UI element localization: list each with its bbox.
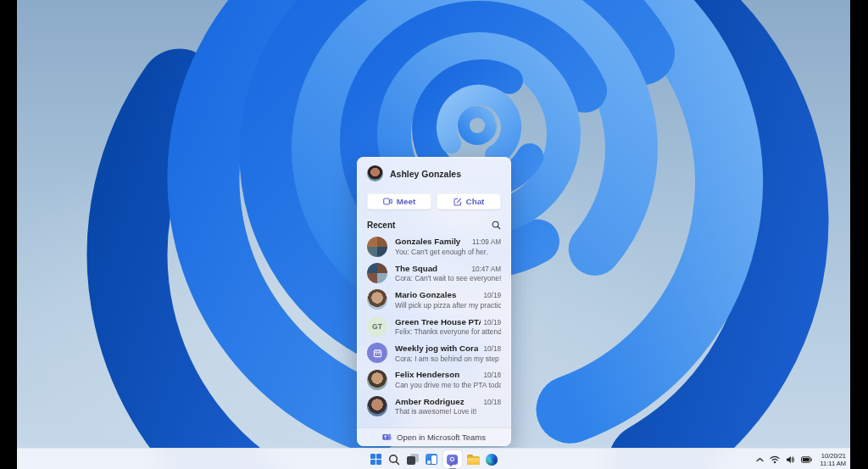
- conversation-item[interactable]: Weekly jog with Cora 10/18 Cora: I am so…: [357, 340, 511, 366]
- file-explorer-button[interactable]: [466, 450, 481, 468]
- conversation-item[interactable]: Amber Rodriguez 10/18 That is awesome! L…: [357, 393, 511, 419]
- system-tray: 10/20/21 11:11 AM: [756, 449, 850, 469]
- conversation-time: 10/19: [484, 292, 502, 299]
- teams-chat-flyout: Ashley Gonzales Meet Chat Recent: [357, 157, 511, 446]
- conversation-item[interactable]: The Squad 10:47 AM Cora: Can't wait to s…: [357, 260, 511, 286]
- conversation-preview: Felix: Thanks everyone for attending tod…: [395, 327, 501, 336]
- task-view-icon: [407, 454, 419, 465]
- tray-time: 11:11 AM: [820, 460, 846, 467]
- conversation-item[interactable]: Gonzales Family 11:09 AM You: Can't get …: [357, 233, 511, 260]
- conversation-body: Felix Henderson 10/18 Can you drive me t…: [395, 370, 501, 389]
- conversation-preview: Will pick up pizza after my practice.: [395, 301, 501, 310]
- conversation-preview: Cora: I am so behind on my step goals.: [395, 355, 501, 363]
- conversation-avatar: [367, 396, 387, 416]
- user-avatar[interactable]: [367, 165, 383, 181]
- conversation-name: Mario Gonzales: [395, 290, 456, 299]
- conversation-name: Felix Henderson: [395, 370, 459, 379]
- teams-logo-icon: [382, 433, 392, 442]
- clock[interactable]: 10/20/21 11:11 AM: [818, 452, 846, 467]
- conversation-name: Amber Rodriguez: [395, 397, 465, 406]
- search-icon: [388, 454, 400, 466]
- video-camera-icon: [383, 198, 392, 205]
- chat-bubble-icon: [447, 455, 458, 465]
- conversation-avatar: [367, 370, 387, 390]
- conversation-time: 10/19: [484, 319, 502, 327]
- calendar-icon: [373, 349, 382, 358]
- action-row: Meet Chat: [357, 185, 511, 209]
- chat-button-taskbar[interactable]: [443, 450, 462, 468]
- search-button[interactable]: [387, 450, 402, 468]
- conversation-time: 10:47 AM: [471, 265, 501, 273]
- taskbar: 10/20/21 11:11 AM: [17, 448, 850, 469]
- search-icon[interactable]: [492, 221, 501, 230]
- desktop: Ashley Gonzales Meet Chat Recent: [17, 0, 850, 469]
- conversation-avatar: [367, 289, 387, 310]
- start-button[interactable]: [369, 450, 383, 468]
- conversation-name: The Squad: [395, 264, 437, 273]
- open-in-teams-button[interactable]: Open in Microsoft Teams: [357, 427, 511, 446]
- conversation-time: 10/18: [484, 371, 502, 379]
- flyout-header: Ashley Gonzales: [357, 157, 511, 185]
- folder-icon: [467, 455, 480, 465]
- taskbar-center-icons: [369, 449, 499, 469]
- recent-title: Recent: [367, 221, 395, 230]
- conversation-body: Weekly jog with Cora 10/18 Cora: I am so…: [395, 343, 501, 363]
- conversation-body: Mario Gonzales 10/19 Will pick up pizza …: [395, 290, 501, 310]
- compose-icon: [453, 198, 462, 206]
- conversation-item[interactable]: Mario Gonzales 10/19 Will pick up pizza …: [357, 287, 511, 313]
- tray-chevron-up-icon[interactable]: [756, 457, 764, 462]
- conversation-time: 10/18: [484, 399, 502, 406]
- meet-button-label: Meet: [397, 197, 415, 206]
- wifi-icon[interactable]: [770, 455, 780, 464]
- open-in-teams-label: Open in Microsoft Teams: [397, 433, 486, 442]
- chat-button-label: Chat: [466, 197, 485, 206]
- conversation-time: 10/18: [484, 345, 502, 353]
- conversation-avatar: [367, 263, 387, 283]
- conversation-preview: That is awesome! Love it!: [395, 407, 501, 416]
- conversation-preview: Cora: Can't wait to see everyone!: [395, 274, 501, 282]
- conversation-preview: Can you drive me to the PTA today?: [395, 381, 501, 389]
- conversation-avatar: [367, 343, 387, 363]
- battery-icon[interactable]: [801, 456, 812, 463]
- widgets-button[interactable]: [425, 450, 439, 468]
- tray-date: 10/20/21: [820, 452, 846, 460]
- meet-button[interactable]: Meet: [367, 193, 431, 209]
- edge-button[interactable]: [485, 450, 499, 468]
- windows-logo-icon: [370, 454, 381, 465]
- user-name: Ashley Gonzales: [390, 169, 461, 179]
- conversation-body: Gonzales Family 11:09 AM You: Can't get …: [395, 237, 501, 256]
- conversation-preview: You: Can't get enough of her.: [395, 248, 501, 256]
- edge-browser-icon: [486, 454, 498, 466]
- conversation-time: 11:09 AM: [472, 238, 501, 246]
- conversation-item[interactable]: Felix Henderson 10/18 Can you drive me t…: [357, 366, 511, 393]
- conversation-body: Amber Rodriguez 10/18 That is awesome! L…: [395, 397, 501, 416]
- conversation-name: Gonzales Family: [395, 237, 460, 246]
- widgets-icon: [426, 454, 437, 465]
- conversation-name: Green Tree House PTA: [395, 317, 481, 327]
- volume-icon[interactable]: [786, 455, 795, 464]
- conversation-item[interactable]: GT Green Tree House PTA 10/19 Felix: Tha…: [357, 313, 511, 339]
- conversation-body: Green Tree House PTA 10/19 Felix: Thanks…: [395, 317, 501, 337]
- conversation-body: The Squad 10:47 AM Cora: Can't wait to s…: [395, 264, 501, 283]
- recent-header: Recent: [357, 209, 511, 233]
- conversation-name: Weekly jog with Cora: [395, 343, 478, 353]
- conversation-list: Gonzales Family 11:09 AM You: Can't get …: [357, 233, 511, 427]
- conversation-avatar: [367, 237, 387, 257]
- conversation-avatar: GT: [367, 316, 387, 337]
- task-view-button[interactable]: [406, 450, 420, 468]
- chat-button[interactable]: Chat: [437, 193, 501, 209]
